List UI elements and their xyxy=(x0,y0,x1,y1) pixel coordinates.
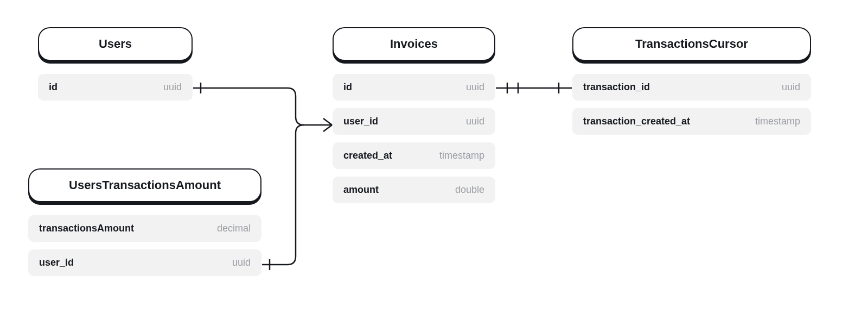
field-name: user_id xyxy=(343,116,378,127)
field-name: transaction_created_at xyxy=(583,116,690,127)
field-invoices-id: id uuid xyxy=(333,74,495,101)
entity-users: Users id uuid xyxy=(38,27,193,108)
field-name: transactionsAmount xyxy=(39,223,134,234)
entity-users-transactions-amount: UsersTransactionsAmount transactionsAmou… xyxy=(28,168,261,284)
field-name: id xyxy=(49,82,58,93)
field-tc-transaction-id: transaction_id uuid xyxy=(572,74,811,101)
field-tc-transaction-created-at: transaction_created_at timestamp xyxy=(572,108,811,135)
relationship-uta-invoices xyxy=(262,125,304,270)
relationship-invoices-tc xyxy=(496,83,572,93)
field-type: uuid xyxy=(163,82,182,93)
field-name: user_id xyxy=(39,257,74,268)
field-invoices-user-id: user_id uuid xyxy=(333,108,495,135)
field-type: uuid xyxy=(232,257,251,268)
field-name: transaction_id xyxy=(583,82,650,93)
field-type: double xyxy=(455,184,484,196)
field-type: uuid xyxy=(466,116,484,127)
field-type: timestamp xyxy=(755,116,800,127)
entity-invoices-title: Invoices xyxy=(390,37,438,51)
field-name: id xyxy=(343,82,352,93)
field-name: created_at xyxy=(343,150,392,161)
entity-users-title: Users xyxy=(99,37,132,51)
field-type: timestamp xyxy=(439,150,484,161)
field-name: amount xyxy=(343,184,379,196)
entity-uta-title: UsersTransactionsAmount xyxy=(69,178,221,192)
field-invoices-amount: amount double xyxy=(333,177,495,203)
entity-invoices-header: Invoices xyxy=(333,27,495,61)
field-uta-user-id: user_id uuid xyxy=(28,249,261,276)
field-type: uuid xyxy=(782,82,800,93)
entity-tc-header: TransactionsCursor xyxy=(572,27,811,61)
entity-uta-header: UsersTransactionsAmount xyxy=(28,168,261,202)
entity-users-header: Users xyxy=(38,27,193,61)
field-users-id: id uuid xyxy=(38,74,193,101)
relationship-users-invoices xyxy=(193,83,332,131)
svg-line-2 xyxy=(323,125,332,131)
field-uta-transactions-amount: transactionsAmount decimal xyxy=(28,215,261,242)
svg-line-1 xyxy=(323,118,332,125)
entity-invoices: Invoices id uuid user_id uuid created_at… xyxy=(333,27,495,211)
field-type: decimal xyxy=(217,223,251,234)
entity-transactions-cursor: TransactionsCursor transaction_id uuid t… xyxy=(572,27,811,142)
field-type: uuid xyxy=(466,82,484,93)
field-invoices-created-at: created_at timestamp xyxy=(333,142,495,169)
entity-tc-title: TransactionsCursor xyxy=(635,37,748,51)
